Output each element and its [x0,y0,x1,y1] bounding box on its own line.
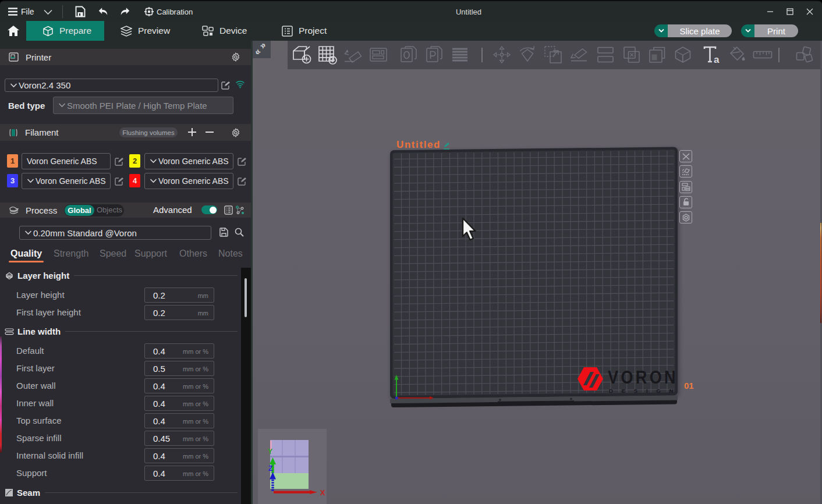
svg-text:a: a [714,54,720,65]
svg-text:Y: Y [268,448,273,456]
svg-text:Z: Z [268,464,273,473]
svg-text:X: X [320,489,325,497]
